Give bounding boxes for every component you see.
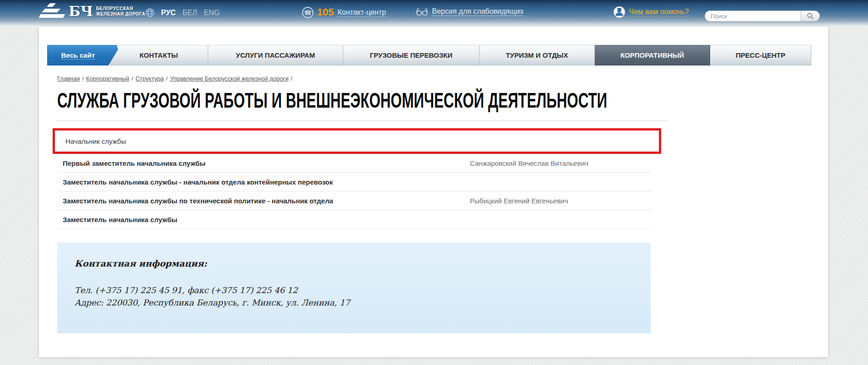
- accessibility-link[interactable]: Версия для слабовидящих: [432, 7, 523, 16]
- page-title: СЛУЖБА ГРУЗОВОЙ РАБОТЫ И ВНЕШНЕЭКОНОМИЧЕ…: [57, 90, 607, 111]
- breadcrumb-struktura[interactable]: Структура: [135, 75, 164, 82]
- contact-center-link[interactable]: Контакт-центр: [338, 8, 386, 17]
- title-divider: [57, 120, 668, 121]
- tab-gruzovye-perevozki[interactable]: ГРУЗОВЫЕ ПЕРЕВОЗКИ: [343, 45, 480, 65]
- breadcrumb: Главная/Корпоративный/Структура/Управлен…: [57, 75, 295, 82]
- tab-korporativnyi[interactable]: КОРПОРАТИВНЫЙ: [595, 45, 710, 65]
- main-navigation: Весь сайт КОНТАКТЫ УСЛУГИ ПАССАЖИРАМ ГРУ…: [47, 45, 811, 65]
- phone-icon: ☎: [302, 7, 313, 18]
- staff-position: Начальник службы: [65, 137, 473, 145]
- globe-icon: [146, 8, 154, 17]
- logo-abbr: БЧ: [69, 5, 93, 18]
- breadcrumb-glavnaya[interactable]: Главная: [57, 75, 80, 82]
- highlight-box: Начальник службы: [53, 128, 661, 154]
- contact-info-title: Контактная информация:: [75, 258, 633, 268]
- staff-position: Заместитель начальника службы: [63, 216, 470, 223]
- search-icon: [807, 12, 814, 20]
- contact-center-number: 105: [317, 6, 334, 18]
- tab-ves-sait[interactable]: Весь сайт: [47, 45, 118, 65]
- lang-eng[interactable]: ENG: [204, 9, 220, 17]
- help-link[interactable]: Чем вам помочь?: [629, 8, 689, 16]
- language-switcher: РУС БЕЛ ENG: [146, 8, 220, 17]
- staff-position: Первый заместитель начальника службы: [63, 159, 470, 167]
- breadcrumb-upravlenie[interactable]: Управление Белорусской железной дороги: [170, 75, 288, 82]
- contact-phone-line: Тел. (+375 17) 225 45 91, факс (+375 17)…: [75, 284, 633, 296]
- contact-info-box: Контактная информация: Тел. (+375 17) 22…: [57, 243, 651, 333]
- staff-position: Заместитель начальника службы по техниче…: [63, 197, 470, 205]
- tab-uslugi-passazhiram[interactable]: УСЛУГИ ПАССАЖИРАМ: [208, 45, 343, 65]
- site-logo[interactable]: БЧ БЕЛОРУССКАЯ ЖЕЛЕЗНАЯ ДОРОГА: [39, 3, 146, 20]
- tab-kontakty[interactable]: КОНТАКТЫ: [110, 45, 208, 65]
- site-search: [705, 11, 820, 22]
- site-header: БЧ БЕЛОРУССКАЯ ЖЕЛЕЗНАЯ ДОРОГА РУС БЕЛ E…: [0, 0, 868, 27]
- contact-address-line: Адрес: 220030, Республика Беларусь, г. М…: [75, 296, 633, 309]
- glasses-icon: [415, 8, 428, 16]
- operator-avatar-icon: [613, 6, 625, 18]
- help-block: Чем вам помочь?: [613, 6, 689, 18]
- logo-text: БЕЛОРУССКАЯ ЖЕЛЕЗНАЯ ДОРОГА: [96, 6, 146, 17]
- lang-bel[interactable]: БЕЛ: [183, 9, 197, 17]
- tab-turizm-i-otdyh[interactable]: ТУРИЗМ И ОТДЫХ: [480, 45, 595, 65]
- staff-position: Заместитель начальника службы - начальни…: [63, 178, 470, 186]
- search-input[interactable]: [705, 11, 801, 22]
- breadcrumb-korporativnyi[interactable]: Корпоративный: [86, 75, 129, 82]
- contact-center-block: ☎ 105 Контакт-центр: [302, 6, 386, 18]
- staff-row-nachalnik[interactable]: Начальник службы: [55, 131, 659, 152]
- tab-press-centr[interactable]: ПРЕСС-ЦЕНТР: [710, 45, 811, 65]
- staff-row-pervyi-zam: Первый заместитель начальника службы Сан…: [57, 154, 652, 173]
- content-card: Весь сайт КОНТАКТЫ УСЛУГИ ПАССАЖИРАМ ГРУ…: [39, 27, 828, 357]
- staff-name: Рыбицкий Евгений Евгеньевич: [470, 197, 568, 205]
- lang-rus[interactable]: РУС: [161, 9, 176, 17]
- staff-row-zam: Заместитель начальника службы: [57, 210, 652, 229]
- search-button[interactable]: [801, 11, 820, 22]
- staff-row-zam-konteiner: Заместитель начальника службы - начальни…: [57, 173, 652, 191]
- railway-wing-icon: [39, 3, 65, 20]
- staff-row-zam-tehpolitika: Заместитель начальника службы по техниче…: [57, 191, 652, 210]
- accessibility-block: Версия для слабовидящих: [415, 7, 523, 16]
- staff-table: Начальник службы Первый заместитель нача…: [57, 128, 652, 229]
- staff-name: Санжаровский Вячеслав Витальевич: [470, 159, 588, 167]
